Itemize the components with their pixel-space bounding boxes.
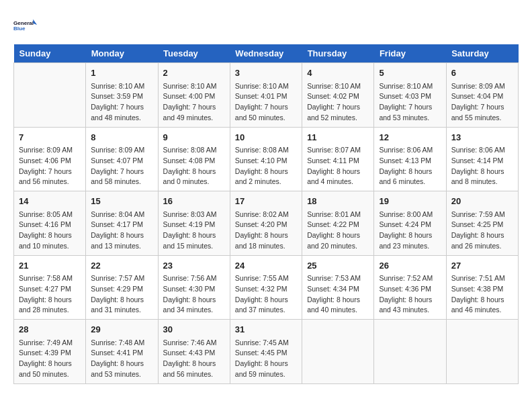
calendar-cell: 10Sunrise: 8:08 AMSunset: 4:10 PMDayligh…: [230, 127, 302, 191]
calendar-cell: 1Sunrise: 8:10 AMSunset: 3:59 PMDaylight…: [86, 63, 158, 128]
day-number: 12: [379, 131, 441, 144]
cell-content: Sunrise: 8:09 AMSunset: 4:06 PMDaylight:…: [19, 145, 81, 187]
day-number: 28: [19, 323, 81, 336]
calendar-cell: 2Sunrise: 8:10 AMSunset: 4:00 PMDaylight…: [158, 63, 230, 128]
week-row-3: 14Sunrise: 8:05 AMSunset: 4:16 PMDayligh…: [14, 191, 519, 256]
svg-text:Blue: Blue: [13, 26, 26, 32]
cell-content: Sunrise: 7:48 AMSunset: 4:41 PMDaylight:…: [91, 338, 152, 380]
calendar-cell: 6Sunrise: 8:09 AMSunset: 4:04 PMDaylight…: [446, 63, 518, 128]
cell-content: Sunrise: 8:08 AMSunset: 4:10 PMDaylight:…: [235, 145, 297, 187]
calendar-cell: 3Sunrise: 8:10 AMSunset: 4:01 PMDaylight…: [230, 63, 302, 128]
day-number: 26: [379, 259, 441, 273]
calendar-cell: [374, 320, 446, 384]
weekday-monday: Monday: [86, 44, 158, 63]
day-number: 19: [379, 195, 441, 208]
svg-text:General: General: [13, 20, 34, 26]
cell-content: Sunrise: 7:57 AMSunset: 4:29 PMDaylight:…: [91, 273, 152, 316]
day-number: 14: [19, 195, 81, 208]
day-number: 22: [91, 259, 152, 273]
weekday-header-row: SundayMondayTuesdayWednesdayThursdayFrid…: [14, 44, 519, 63]
calendar-cell: [14, 63, 86, 128]
calendar-cell: 21Sunrise: 7:58 AMSunset: 4:27 PMDayligh…: [14, 255, 86, 320]
cell-content: Sunrise: 8:06 AMSunset: 4:13 PMDaylight:…: [379, 145, 441, 187]
cell-content: Sunrise: 8:05 AMSunset: 4:16 PMDaylight:…: [19, 210, 81, 252]
weekday-friday: Friday: [374, 44, 446, 63]
day-number: 2: [163, 66, 225, 80]
weekday-thursday: Thursday: [302, 44, 374, 63]
day-number: 13: [451, 131, 513, 144]
week-row-2: 7Sunrise: 8:09 AMSunset: 4:06 PMDaylight…: [14, 127, 519, 191]
day-number: 9: [163, 131, 225, 144]
calendar-cell: 13Sunrise: 8:06 AMSunset: 4:14 PMDayligh…: [446, 127, 518, 191]
calendar-cell: 4Sunrise: 8:10 AMSunset: 4:02 PMDaylight…: [302, 63, 374, 128]
calendar-cell: 9Sunrise: 8:08 AMSunset: 4:08 PMDaylight…: [158, 127, 230, 191]
calendar-cell: 22Sunrise: 7:57 AMSunset: 4:29 PMDayligh…: [86, 255, 158, 320]
day-number: 6: [451, 66, 513, 80]
day-number: 17: [235, 195, 297, 208]
calendar-cell: 14Sunrise: 8:05 AMSunset: 4:16 PMDayligh…: [14, 191, 86, 256]
calendar-cell: [446, 320, 518, 384]
day-number: 5: [379, 66, 441, 80]
weekday-saturday: Saturday: [446, 44, 518, 63]
calendar-cell: 26Sunrise: 7:52 AMSunset: 4:36 PMDayligh…: [374, 255, 446, 320]
cell-content: Sunrise: 7:46 AMSunset: 4:43 PMDaylight:…: [163, 338, 225, 380]
page-header: GeneralBlue: [13, 13, 519, 38]
day-number: 23: [163, 259, 225, 273]
calendar-cell: 20Sunrise: 7:59 AMSunset: 4:25 PMDayligh…: [446, 191, 518, 256]
logo-icon: GeneralBlue: [13, 13, 38, 38]
svg-marker-2: [33, 19, 37, 25]
calendar-cell: 28Sunrise: 7:49 AMSunset: 4:39 PMDayligh…: [14, 320, 86, 384]
week-row-1: 1Sunrise: 8:10 AMSunset: 3:59 PMDaylight…: [14, 63, 519, 128]
cell-content: Sunrise: 7:58 AMSunset: 4:27 PMDaylight:…: [19, 273, 81, 316]
cell-content: Sunrise: 8:03 AMSunset: 4:19 PMDaylight:…: [163, 210, 225, 252]
cell-content: Sunrise: 7:52 AMSunset: 4:36 PMDaylight:…: [379, 273, 441, 316]
day-number: 16: [163, 195, 225, 208]
week-row-4: 21Sunrise: 7:58 AMSunset: 4:27 PMDayligh…: [14, 255, 519, 320]
cell-content: Sunrise: 8:09 AMSunset: 4:07 PMDaylight:…: [91, 145, 152, 187]
calendar-cell: 23Sunrise: 7:56 AMSunset: 4:30 PMDayligh…: [158, 255, 230, 320]
calendar-cell: 16Sunrise: 8:03 AMSunset: 4:19 PMDayligh…: [158, 191, 230, 256]
weekday-wednesday: Wednesday: [230, 44, 302, 63]
calendar-cell: 8Sunrise: 8:09 AMSunset: 4:07 PMDaylight…: [86, 127, 158, 191]
cell-content: Sunrise: 8:00 AMSunset: 4:24 PMDaylight:…: [379, 210, 441, 252]
cell-content: Sunrise: 7:56 AMSunset: 4:30 PMDaylight:…: [163, 273, 225, 316]
cell-content: Sunrise: 8:01 AMSunset: 4:22 PMDaylight:…: [307, 210, 369, 252]
cell-content: Sunrise: 8:09 AMSunset: 4:04 PMDaylight:…: [451, 81, 513, 124]
cell-content: Sunrise: 7:51 AMSunset: 4:38 PMDaylight:…: [451, 273, 513, 316]
cell-content: Sunrise: 7:59 AMSunset: 4:25 PMDaylight:…: [451, 210, 513, 252]
weekday-sunday: Sunday: [14, 44, 86, 63]
calendar-cell: 27Sunrise: 7:51 AMSunset: 4:38 PMDayligh…: [446, 255, 518, 320]
calendar-cell: 17Sunrise: 8:02 AMSunset: 4:20 PMDayligh…: [230, 191, 302, 256]
calendar-cell: [302, 320, 374, 384]
day-number: 30: [163, 323, 225, 336]
cell-content: Sunrise: 8:10 AMSunset: 4:03 PMDaylight:…: [379, 81, 441, 124]
cell-content: Sunrise: 8:06 AMSunset: 4:14 PMDaylight:…: [451, 145, 513, 187]
day-number: 1: [91, 66, 152, 80]
calendar-cell: 7Sunrise: 8:09 AMSunset: 4:06 PMDaylight…: [14, 127, 86, 191]
weekday-tuesday: Tuesday: [158, 44, 230, 63]
logo: GeneralBlue: [13, 13, 38, 38]
cell-content: Sunrise: 8:10 AMSunset: 4:02 PMDaylight:…: [307, 81, 369, 124]
day-number: 7: [19, 131, 81, 144]
day-number: 31: [235, 323, 297, 336]
day-number: 27: [451, 259, 513, 273]
calendar-cell: 29Sunrise: 7:48 AMSunset: 4:41 PMDayligh…: [86, 320, 158, 384]
day-number: 3: [235, 66, 297, 80]
calendar-cell: 30Sunrise: 7:46 AMSunset: 4:43 PMDayligh…: [158, 320, 230, 384]
calendar-cell: 19Sunrise: 8:00 AMSunset: 4:24 PMDayligh…: [374, 191, 446, 256]
day-number: 24: [235, 259, 297, 273]
cell-content: Sunrise: 8:08 AMSunset: 4:08 PMDaylight:…: [163, 145, 225, 187]
calendar-cell: 18Sunrise: 8:01 AMSunset: 4:22 PMDayligh…: [302, 191, 374, 256]
day-number: 10: [235, 131, 297, 144]
day-number: 25: [307, 259, 369, 273]
cell-content: Sunrise: 8:10 AMSunset: 4:01 PMDaylight:…: [235, 81, 297, 124]
calendar-cell: 12Sunrise: 8:06 AMSunset: 4:13 PMDayligh…: [374, 127, 446, 191]
cell-content: Sunrise: 7:53 AMSunset: 4:34 PMDaylight:…: [307, 273, 369, 316]
calendar-table: SundayMondayTuesdayWednesdayThursdayFrid…: [13, 44, 519, 384]
day-number: 21: [19, 259, 81, 273]
cell-content: Sunrise: 8:02 AMSunset: 4:20 PMDaylight:…: [235, 210, 297, 252]
calendar-cell: 24Sunrise: 7:55 AMSunset: 4:32 PMDayligh…: [230, 255, 302, 320]
cell-content: Sunrise: 8:10 AMSunset: 3:59 PMDaylight:…: [91, 81, 152, 124]
day-number: 15: [91, 195, 152, 208]
day-number: 4: [307, 66, 369, 80]
